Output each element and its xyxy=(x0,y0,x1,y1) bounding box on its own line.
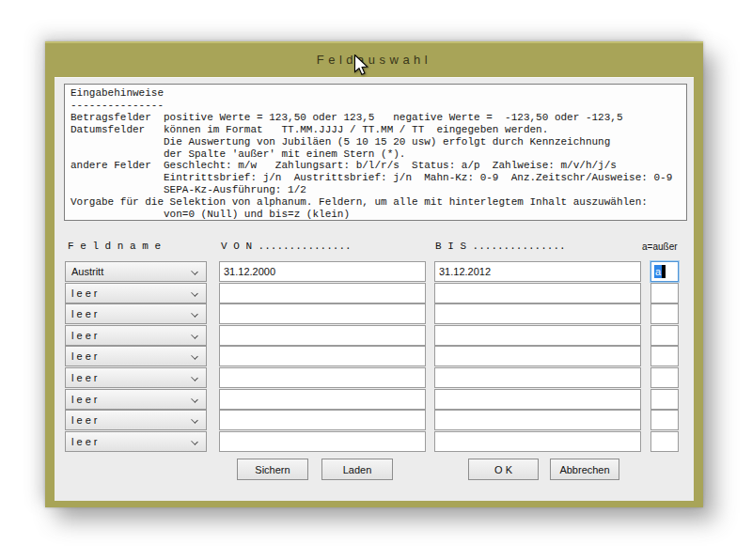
ausser-input[interactable] xyxy=(650,410,679,430)
dialog-titlebar[interactable]: Feldauswahl xyxy=(45,43,703,75)
column-header-ausser: a=außer xyxy=(642,241,678,252)
bis-input[interactable] xyxy=(434,389,641,410)
bis-input[interactable] xyxy=(434,325,641,346)
bis-input[interactable] xyxy=(434,303,641,324)
bis-input[interactable] xyxy=(434,346,641,366)
von-input[interactable] xyxy=(219,261,426,282)
feldname-select[interactable]: l e e r xyxy=(65,325,207,346)
ausser-input[interactable] xyxy=(650,431,679,452)
ausser-input[interactable] xyxy=(650,389,679,410)
chevron-down-icon xyxy=(191,353,198,361)
feldname-select[interactable]: l e e r xyxy=(65,367,207,388)
chevron-down-icon xyxy=(191,438,198,445)
ausser-input[interactable] xyxy=(650,346,679,366)
von-input[interactable] xyxy=(219,367,426,388)
abbrechen-button[interactable]: Abbrechen xyxy=(550,459,619,480)
feldname-select[interactable]: l e e r xyxy=(65,303,207,324)
ausser-input[interactable] xyxy=(650,303,679,324)
feldname-select[interactable]: l e e r xyxy=(65,431,207,452)
feldname-select-value: l e e r xyxy=(71,414,98,426)
bis-input[interactable] xyxy=(434,431,641,452)
feldname-select-value: l e e r xyxy=(71,394,98,405)
von-input[interactable] xyxy=(219,325,426,346)
ausser-input[interactable] xyxy=(650,367,679,388)
feldname-select-value: l e e r xyxy=(71,372,98,383)
feldname-select-value: l e e r xyxy=(71,288,98,299)
bis-input[interactable] xyxy=(434,410,641,430)
feldname-select-value: Austritt xyxy=(71,266,103,277)
von-input[interactable] xyxy=(219,389,426,410)
von-input[interactable] xyxy=(219,303,426,324)
chevron-down-icon xyxy=(191,289,198,297)
ok-button[interactable]: O K xyxy=(468,459,539,480)
feldname-select[interactable]: l e e r xyxy=(65,346,207,366)
field-row: l e e r xyxy=(55,346,694,366)
field-row: Austritt a xyxy=(55,261,694,282)
laden-button[interactable]: Laden xyxy=(321,459,393,480)
chevron-down-icon xyxy=(191,332,198,339)
chevron-down-icon xyxy=(191,374,198,381)
dialog-body: Eingabehinweise --------------- Betragsf… xyxy=(55,77,694,501)
chevron-down-icon xyxy=(191,268,198,275)
bis-input[interactable] xyxy=(434,261,641,282)
sichern-button[interactable]: Sichern xyxy=(237,459,308,480)
chevron-down-icon xyxy=(191,416,198,424)
chevron-down-icon xyxy=(191,396,198,403)
feldauswahl-dialog: Feldauswahl Eingabehinweise ------------… xyxy=(45,41,703,507)
von-input[interactable] xyxy=(219,431,426,452)
field-row: l e e r xyxy=(55,303,694,324)
feldname-select[interactable]: l e e r xyxy=(65,283,207,303)
ausser-input[interactable] xyxy=(650,325,679,346)
field-row: l e e r xyxy=(55,389,694,410)
von-input[interactable] xyxy=(219,346,426,366)
bis-input[interactable] xyxy=(434,367,641,388)
feldname-select[interactable]: Austritt xyxy=(65,261,207,282)
chevron-down-icon xyxy=(191,310,198,318)
column-header-von: V O N ............... xyxy=(221,241,352,252)
von-input[interactable] xyxy=(219,283,426,303)
ausser-input[interactable] xyxy=(650,283,679,303)
feldname-select-value: l e e r xyxy=(71,308,98,319)
ausser-input[interactable]: a xyxy=(650,261,679,282)
desktop-background: Feldauswahl Eingabehinweise ------------… xyxy=(0,0,752,560)
feldname-select[interactable]: l e e r xyxy=(65,410,207,430)
bis-input[interactable] xyxy=(434,283,641,303)
feldname-select-value: l e e r xyxy=(71,436,98,447)
field-row: l e e r xyxy=(55,283,694,303)
field-row: l e e r xyxy=(55,367,694,388)
field-row: l e e r xyxy=(55,410,694,430)
von-input[interactable] xyxy=(219,410,426,430)
input-hints-box: Eingabehinweise --------------- Betragsf… xyxy=(64,84,687,221)
feldname-select-value: l e e r xyxy=(71,350,98,362)
field-row: l e e r xyxy=(55,325,694,346)
dialog-title: Feldauswahl xyxy=(317,53,432,67)
column-header-bis: B I S ............... xyxy=(435,241,566,252)
column-header-feldname: F e l d n a m e xyxy=(68,241,161,252)
field-row: l e e r xyxy=(55,431,694,452)
feldname-select[interactable]: l e e r xyxy=(65,389,207,410)
feldname-select-value: l e e r xyxy=(71,330,98,341)
